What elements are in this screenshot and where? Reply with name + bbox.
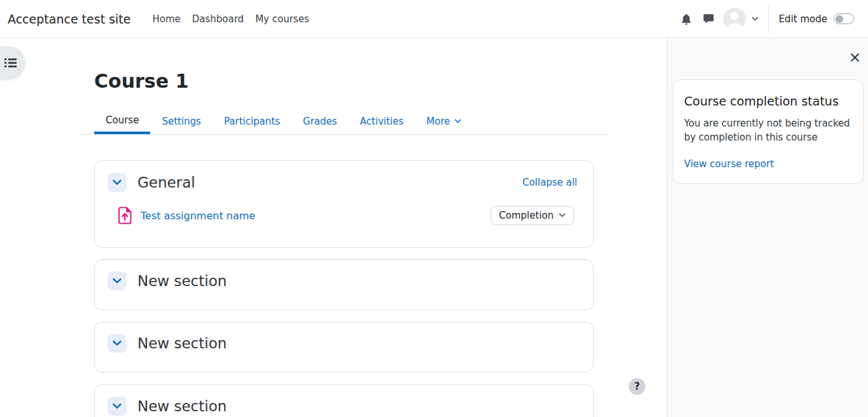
section-title: New section [137, 273, 227, 289]
section-title: General [137, 174, 195, 191]
primary-nav: Home Dashboard My courses [146, 13, 314, 25]
tab-settings[interactable]: Settings [150, 109, 213, 134]
tab-participants[interactable]: Participants [213, 109, 291, 134]
chevron-down-icon [454, 119, 461, 124]
section-collapse-button[interactable] [108, 173, 127, 192]
bell-icon [681, 13, 692, 25]
chevron-down-icon [752, 17, 759, 22]
section-new-2: New section [94, 322, 594, 373]
view-course-report-link[interactable]: View course report [684, 158, 774, 170]
chevron-down-icon [112, 278, 122, 285]
list-icon [4, 58, 17, 68]
site-title[interactable]: Acceptance test site [8, 12, 130, 26]
navbar: Acceptance test site Home Dashboard My c… [0, 0, 868, 38]
toggle-knob [836, 15, 843, 23]
section-collapse-button[interactable] [108, 397, 127, 416]
section-new-1: New section [94, 259, 594, 310]
open-course-index-button[interactable] [0, 46, 25, 79]
page-title: Course 1 [94, 70, 188, 92]
section-collapse-button[interactable] [108, 334, 127, 353]
notifications-bell-icon[interactable] [675, 8, 697, 30]
chat-bubble-icon [703, 13, 714, 24]
assignment-icon [118, 207, 132, 224]
section-new-3: New section [94, 384, 594, 417]
navbar-right: Edit mode [675, 5, 868, 33]
activity-row: Test assignment name Completion [108, 206, 580, 225]
block-title: Course completion status [684, 94, 852, 108]
nav-dashboard[interactable]: Dashboard [186, 13, 249, 25]
tab-more-label: More [426, 116, 450, 127]
help-button[interactable]: ? [629, 378, 645, 395]
section-collapse-button[interactable] [108, 271, 127, 291]
completion-dropdown-button[interactable]: Completion [491, 206, 574, 225]
course-tabs: Course Settings Participants Grades Acti… [80, 109, 610, 135]
section-general: General Collapse all Test assignment nam… [94, 160, 594, 248]
user-menu[interactable] [724, 8, 759, 30]
tab-grades[interactable]: Grades [291, 109, 349, 134]
messages-icon[interactable] [697, 8, 720, 30]
navbar-divider [768, 5, 769, 33]
close-drawer-button[interactable] [847, 50, 862, 65]
course-sections: General Collapse all Test assignment nam… [94, 160, 594, 417]
avatar [724, 8, 746, 30]
course-completion-status-block: Course completion status You are current… [673, 79, 864, 184]
completion-label: Completion [499, 210, 554, 221]
block-drawer: Course completion status You are current… [667, 38, 868, 417]
tab-activities[interactable]: Activities [349, 109, 415, 134]
tab-more[interactable]: More [415, 109, 473, 134]
tab-course[interactable]: Course [94, 109, 150, 134]
chevron-down-icon [559, 213, 566, 218]
edit-mode-label: Edit mode [779, 13, 827, 25]
collapse-all-link[interactable]: Collapse all [522, 177, 577, 188]
block-body-text: You are currently not being tracked by c… [684, 116, 852, 144]
chevron-down-icon [112, 340, 122, 347]
chevron-down-icon [112, 179, 122, 186]
section-title: New section [137, 398, 227, 414]
nav-my-courses[interactable]: My courses [249, 13, 315, 25]
activity-link[interactable]: Test assignment name [141, 210, 255, 222]
close-icon [850, 53, 860, 62]
edit-mode-toggle[interactable] [834, 13, 854, 24]
section-title: New section [137, 335, 227, 352]
chevron-down-icon [112, 403, 122, 410]
nav-home[interactable]: Home [146, 13, 186, 25]
